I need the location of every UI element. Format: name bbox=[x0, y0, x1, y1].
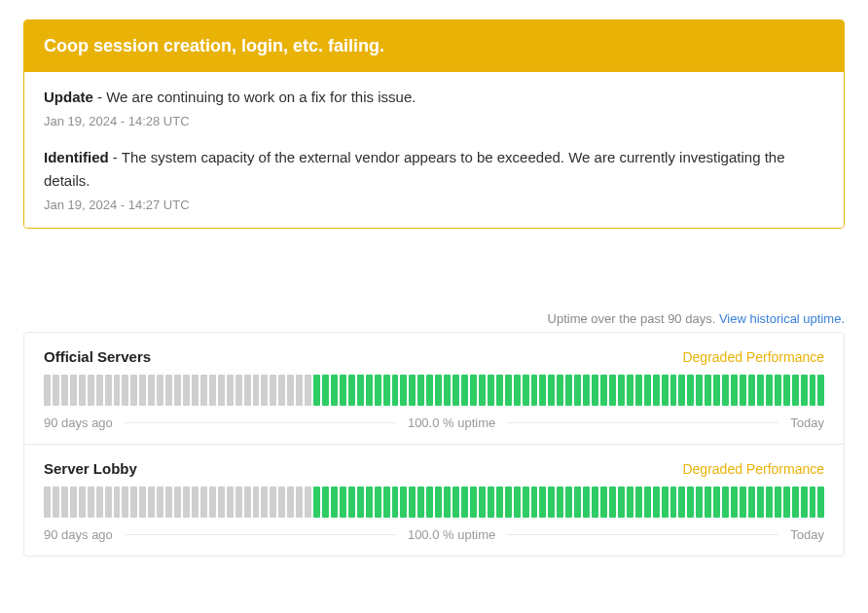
uptime-day-bar[interactable] bbox=[810, 375, 816, 406]
uptime-day-bar[interactable] bbox=[53, 487, 59, 518]
uptime-day-bar[interactable] bbox=[148, 487, 155, 518]
uptime-day-bar[interactable] bbox=[235, 375, 242, 406]
uptime-day-bar[interactable] bbox=[496, 487, 503, 518]
uptime-day-bar[interactable] bbox=[740, 487, 746, 518]
uptime-day-bar[interactable] bbox=[192, 487, 199, 518]
uptime-day-bar[interactable] bbox=[165, 375, 172, 406]
uptime-day-bar[interactable] bbox=[174, 375, 181, 406]
uptime-day-bar[interactable] bbox=[244, 375, 251, 406]
uptime-day-bar[interactable] bbox=[244, 487, 251, 518]
uptime-day-bar[interactable] bbox=[574, 487, 581, 518]
uptime-day-bar[interactable] bbox=[505, 487, 512, 518]
uptime-day-bar[interactable] bbox=[801, 487, 808, 518]
uptime-day-bar[interactable] bbox=[523, 487, 529, 518]
uptime-day-bar[interactable] bbox=[609, 487, 616, 518]
uptime-day-bar[interactable] bbox=[61, 487, 68, 518]
uptime-day-bar[interactable] bbox=[383, 487, 390, 518]
uptime-day-bar[interactable] bbox=[366, 487, 373, 518]
uptime-day-bar[interactable] bbox=[148, 375, 155, 406]
uptime-day-bar[interactable] bbox=[313, 375, 320, 406]
uptime-day-bar[interactable] bbox=[366, 375, 373, 406]
uptime-day-bar[interactable] bbox=[435, 487, 442, 518]
uptime-day-bar[interactable] bbox=[53, 375, 59, 406]
uptime-day-bar[interactable] bbox=[583, 487, 590, 518]
uptime-day-bar[interactable] bbox=[200, 375, 207, 406]
uptime-day-bar[interactable] bbox=[305, 375, 311, 406]
uptime-day-bar[interactable] bbox=[322, 375, 329, 406]
uptime-day-bar[interactable] bbox=[348, 375, 355, 406]
uptime-day-bar[interactable] bbox=[88, 375, 94, 406]
uptime-day-bar[interactable] bbox=[748, 375, 755, 406]
uptime-day-bar[interactable] bbox=[417, 487, 424, 518]
uptime-day-bar[interactable] bbox=[644, 487, 651, 518]
uptime-day-bar[interactable] bbox=[662, 487, 669, 518]
uptime-day-bar[interactable] bbox=[452, 487, 459, 518]
uptime-day-bar[interactable] bbox=[627, 375, 633, 406]
uptime-day-bar[interactable] bbox=[557, 375, 563, 406]
uptime-day-bar[interactable] bbox=[470, 375, 477, 406]
uptime-day-bar[interactable] bbox=[444, 375, 451, 406]
uptime-day-bar[interactable] bbox=[114, 375, 121, 406]
uptime-day-bar[interactable] bbox=[122, 487, 128, 518]
uptime-day-bar[interactable] bbox=[218, 487, 225, 518]
uptime-day-bar[interactable] bbox=[766, 487, 773, 518]
uptime-day-bar[interactable] bbox=[523, 375, 529, 406]
uptime-day-bar[interactable] bbox=[531, 375, 538, 406]
uptime-day-bar[interactable] bbox=[340, 375, 346, 406]
uptime-day-bar[interactable] bbox=[488, 375, 494, 406]
uptime-day-bar[interactable] bbox=[270, 375, 276, 406]
uptime-day-bar[interactable] bbox=[548, 487, 555, 518]
uptime-day-bar[interactable] bbox=[817, 375, 824, 406]
uptime-day-bar[interactable] bbox=[705, 487, 711, 518]
uptime-day-bar[interactable] bbox=[183, 487, 190, 518]
uptime-day-bar[interactable] bbox=[635, 487, 642, 518]
uptime-day-bar[interactable] bbox=[539, 375, 546, 406]
uptime-day-bar[interactable] bbox=[44, 487, 51, 518]
uptime-day-bar[interactable] bbox=[375, 375, 381, 406]
uptime-day-bar[interactable] bbox=[209, 487, 216, 518]
uptime-day-bar[interactable] bbox=[662, 375, 669, 406]
uptime-day-bar[interactable] bbox=[696, 375, 703, 406]
uptime-day-bar[interactable] bbox=[644, 375, 651, 406]
uptime-day-bar[interactable] bbox=[139, 375, 146, 406]
uptime-day-bar[interactable] bbox=[470, 487, 477, 518]
uptime-day-bar[interactable] bbox=[670, 375, 677, 406]
uptime-day-bar[interactable] bbox=[592, 487, 598, 518]
uptime-day-bar[interactable] bbox=[130, 375, 137, 406]
uptime-day-bar[interactable] bbox=[713, 487, 720, 518]
uptime-day-bar[interactable] bbox=[400, 375, 407, 406]
uptime-day-bar[interactable] bbox=[383, 375, 390, 406]
uptime-day-bar[interactable] bbox=[496, 375, 503, 406]
uptime-day-bar[interactable] bbox=[400, 487, 407, 518]
uptime-day-bar[interactable] bbox=[557, 487, 563, 518]
uptime-day-bar[interactable] bbox=[79, 375, 86, 406]
uptime-day-bar[interactable] bbox=[331, 375, 338, 406]
uptime-day-bar[interactable] bbox=[488, 487, 494, 518]
uptime-day-bar[interactable] bbox=[783, 375, 790, 406]
uptime-day-bar[interactable] bbox=[392, 375, 399, 406]
uptime-day-bar[interactable] bbox=[678, 375, 685, 406]
uptime-day-bar[interactable] bbox=[261, 375, 268, 406]
uptime-day-bar[interactable] bbox=[740, 375, 746, 406]
uptime-day-bar[interactable] bbox=[61, 375, 68, 406]
incident-title[interactable]: Coop session creation, login, etc. faili… bbox=[24, 20, 844, 72]
uptime-day-bar[interactable] bbox=[731, 487, 738, 518]
uptime-day-bar[interactable] bbox=[96, 375, 103, 406]
uptime-day-bar[interactable] bbox=[157, 375, 163, 406]
uptime-day-bar[interactable] bbox=[426, 375, 433, 406]
uptime-day-bar[interactable] bbox=[165, 487, 172, 518]
uptime-day-bar[interactable] bbox=[313, 487, 320, 518]
uptime-day-bar[interactable] bbox=[409, 487, 416, 518]
uptime-day-bar[interactable] bbox=[653, 375, 660, 406]
uptime-day-bar[interactable] bbox=[192, 375, 199, 406]
uptime-day-bar[interactable] bbox=[296, 487, 303, 518]
uptime-day-bar[interactable] bbox=[296, 375, 303, 406]
uptime-day-bar[interactable] bbox=[565, 487, 572, 518]
uptime-day-bar[interactable] bbox=[79, 487, 86, 518]
uptime-day-bar[interactable] bbox=[253, 375, 260, 406]
uptime-day-bar[interactable] bbox=[731, 375, 738, 406]
uptime-day-bar[interactable] bbox=[357, 487, 364, 518]
uptime-day-bar[interactable] bbox=[261, 487, 268, 518]
uptime-day-bar[interactable] bbox=[592, 375, 598, 406]
uptime-day-bar[interactable] bbox=[687, 487, 694, 518]
